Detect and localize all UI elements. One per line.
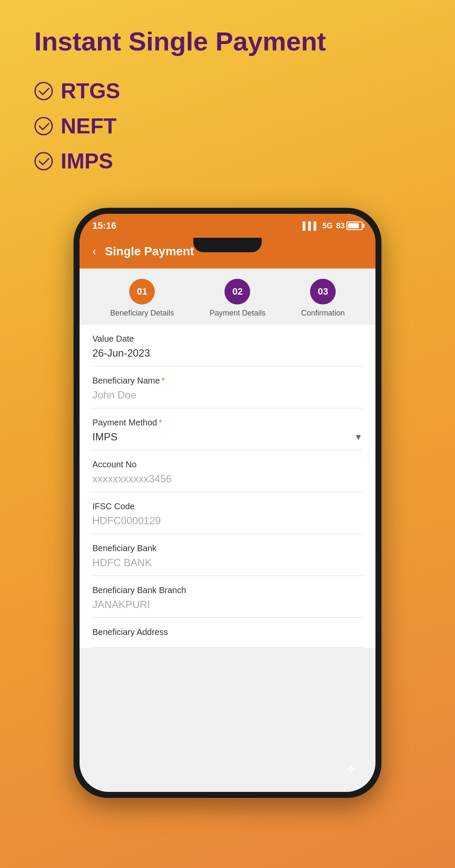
form-area: Value Date 26-Jun-2023 Beneficiary Name … [80, 325, 375, 648]
svg-point-0 [35, 83, 52, 100]
battery-icon: 83 [336, 221, 363, 230]
label-ifsc-code: IFSC Code [92, 502, 363, 511]
top-section: Instant Single Payment RTGS NEFT IMPS [0, 0, 455, 191]
label-value-date: Value Date [92, 334, 363, 344]
value-beneficiary-bank-branch[interactable]: JANAKPURI [92, 599, 363, 611]
field-beneficiary-bank: Beneficiary Bank HDFC BANK [92, 534, 363, 576]
field-value-date: Value Date 26-Jun-2023 [92, 325, 363, 366]
field-ifsc-code: IFSC Code HDFC0000129 [92, 492, 363, 534]
step-01-label: Beneficiary Details [110, 309, 174, 318]
value-ifsc-code[interactable]: HDFC0000129 [92, 515, 363, 527]
battery-bar [346, 221, 363, 230]
dropdown-arrow-payment[interactable]: ▼ [354, 432, 363, 442]
step-02-circle: 02 [225, 279, 250, 304]
feature-item-rtgs: RTGS [34, 79, 421, 103]
step-02-label: Payment Details [210, 309, 266, 318]
notch [193, 238, 262, 252]
value-beneficiary-name[interactable]: John Doe [92, 389, 363, 401]
value-value-date[interactable]: 26-Jun-2023 [92, 347, 363, 359]
label-beneficiary-bank: Beneficiary Bank [92, 543, 363, 553]
feature-label-imps: IMPS [61, 149, 113, 174]
label-account-no: Account No [92, 460, 363, 469]
status-icons: ▌▌▌ 5G 83 [303, 221, 363, 230]
value-account-no[interactable]: xxxxxxxxxxx3456 [92, 473, 363, 485]
status-bar: 15:16 ▌▌▌ 5G 83 [80, 214, 375, 238]
steps-bar: 01 Beneficiary Details 02 Payment Detail… [80, 269, 375, 325]
label-payment-method: Payment Method * [92, 418, 363, 428]
page-title: Instant Single Payment [34, 26, 421, 57]
feature-item-imps: IMPS [34, 149, 421, 174]
check-icon-imps [34, 152, 53, 171]
payment-method-row[interactable]: IMPS ▼ [92, 431, 363, 443]
app-header-title: Single Payment [105, 245, 194, 258]
battery-fill [348, 223, 359, 228]
label-beneficiary-bank-branch: Beneficiary Bank Branch [92, 585, 363, 595]
field-beneficiary-address: Beneficiary Address [92, 618, 363, 648]
phone-wrapper: 15:16 ▌▌▌ 5G 83 ‹ Single Payment [0, 208, 455, 798]
phone-frame: 15:16 ▌▌▌ 5G 83 ‹ Single Payment [74, 208, 381, 798]
svg-point-1 [35, 118, 52, 135]
step-03-circle: 03 [310, 279, 336, 304]
label-beneficiary-name: Beneficiary Name * [92, 376, 363, 386]
step-02: 02 Payment Details [210, 279, 266, 318]
signal-icon: ▌▌▌ [303, 221, 319, 230]
field-beneficiary-name: Beneficiary Name * John Doe [92, 366, 363, 408]
feature-label-rtgs: RTGS [61, 79, 120, 103]
field-beneficiary-bank-branch: Beneficiary Bank Branch JANAKPURI [92, 576, 363, 618]
svg-point-2 [35, 153, 52, 170]
step-01-circle: 01 [129, 279, 155, 304]
value-beneficiary-bank[interactable]: HDFC BANK [92, 557, 363, 569]
feature-list: RTGS NEFT IMPS [34, 79, 421, 174]
phone-inner: 15:16 ▌▌▌ 5G 83 ‹ Single Payment [80, 214, 375, 792]
step-01: 01 Beneficiary Details [110, 279, 174, 318]
field-payment-method: Payment Method * IMPS ▼ [92, 408, 363, 450]
step-03: 03 Confirmation [301, 279, 345, 318]
check-icon-rtgs [34, 82, 53, 100]
feature-label-neft: NEFT [61, 114, 117, 139]
sparkle-decoration: ✦ [344, 759, 358, 779]
value-payment-method: IMPS [92, 431, 118, 443]
required-indicator-name: * [162, 376, 165, 386]
battery-percent: 83 [336, 221, 345, 230]
status-time: 15:16 [92, 220, 116, 231]
network-type: 5G [322, 221, 333, 230]
required-indicator-method: * [159, 418, 162, 428]
step-03-label: Confirmation [301, 309, 345, 318]
feature-item-neft: NEFT [34, 114, 421, 139]
back-button[interactable]: ‹ [92, 245, 96, 258]
check-icon-neft [34, 117, 53, 136]
label-beneficiary-address: Beneficiary Address [92, 627, 363, 637]
field-account-no: Account No xxxxxxxxxxx3456 [92, 450, 363, 492]
